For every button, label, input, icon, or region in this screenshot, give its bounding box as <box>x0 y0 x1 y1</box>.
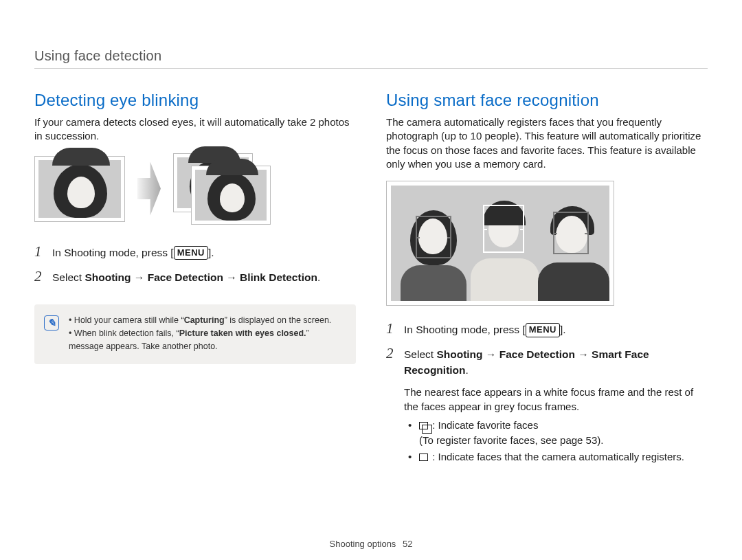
right-step1-text: In Shooting mode, press [ <box>404 324 526 335</box>
favorite-face-icon <box>419 422 428 429</box>
divider <box>34 68 708 69</box>
right-step2-b: Face Detection <box>499 348 575 360</box>
menu-button-icon: MENU <box>174 246 208 260</box>
left-step2-c: Blink Detection <box>240 271 317 283</box>
left-steps: 1 In Shooting mode, press [MENU]. 2 Sele… <box>34 244 356 286</box>
arrow-text: → <box>575 348 592 360</box>
blink-illustration <box>34 153 356 225</box>
arrow-text: → <box>483 348 499 360</box>
info-item: Hold your camera still while “Capturing”… <box>69 314 345 327</box>
substep-text: The nearest face appears in a white focu… <box>404 385 708 414</box>
blink-photo-stack <box>173 153 271 225</box>
bullet-item: : Indicate favorite faces (To register f… <box>407 418 708 448</box>
focus-frame-icon <box>553 212 589 254</box>
left-intro: If your camera detects closed eyes, it w… <box>34 115 356 144</box>
left-step2-b: Face Detection <box>148 271 223 283</box>
left-step1: In Shooting mode, press [MENU]. <box>52 244 214 260</box>
info-box: ✎ Hold your camera still while “Capturin… <box>34 304 356 363</box>
group-illustration <box>386 181 708 306</box>
right-column: Using smart face recognition The camera … <box>386 91 708 474</box>
left-column: Detecting eye blinking If your camera de… <box>34 91 356 474</box>
left-step1-suffix: ]. <box>208 247 214 258</box>
left-step2-suffix: . <box>317 271 320 283</box>
info-text: ” is displayed on the screen. <box>225 315 332 325</box>
bullet-list: : Indicate favorite faces (To register f… <box>404 418 708 464</box>
step-number: 1 <box>34 244 45 260</box>
focus-frame-white-icon <box>483 205 524 253</box>
right-step2-prefix: Select <box>404 348 436 360</box>
right-step2-suffix: . <box>466 364 469 376</box>
auto-face-icon <box>419 453 428 461</box>
right-intro: The camera automatically registers faces… <box>386 115 708 171</box>
info-item: When blink detection fails, “Picture tak… <box>69 327 345 353</box>
left-heading: Detecting eye blinking <box>34 91 356 110</box>
step-number: 2 <box>34 269 45 284</box>
right-step2: Select Shooting → Face Detection → Smart… <box>404 346 708 465</box>
right-steps: 1 In Shooting mode, press [MENU]. 2 Sele… <box>386 321 708 466</box>
right-step2-a: Shooting <box>436 348 482 360</box>
menu-button-icon: MENU <box>526 323 560 337</box>
info-bold: Capturing <box>184 315 225 325</box>
left-step2-prefix: Select <box>52 271 85 283</box>
blink-photo-1 <box>34 156 125 222</box>
bullet-item: : Indicate faces that the camera automat… <box>407 449 708 464</box>
bullet1a-text: : Indicate favorite faces <box>429 419 538 431</box>
step-number: 1 <box>386 321 397 337</box>
right-heading: Using smart face recognition <box>386 91 708 110</box>
focus-frame-icon <box>416 216 451 258</box>
arrow-icon <box>137 162 161 216</box>
footer-page-number: 52 <box>403 539 412 549</box>
right-step1: In Shooting mode, press [MENU]. <box>404 321 566 337</box>
right-step1-suffix: ]. <box>560 324 566 335</box>
chapter-title: Using face detection <box>34 48 708 68</box>
arrow-text: → <box>131 271 148 283</box>
info-text: When blink detection fails, “ <box>74 328 179 338</box>
page-footer: Shooting options 52 <box>0 539 742 549</box>
info-bold: Picture taken with eyes closed. <box>179 328 306 338</box>
left-step2: Select Shooting → Face Detection → Blink… <box>52 269 320 285</box>
note-icon: ✎ <box>44 315 59 331</box>
arrow-text: → <box>223 271 240 283</box>
left-step1-text: In Shooting mode, press [ <box>52 247 174 258</box>
left-step2-a: Shooting <box>85 271 131 283</box>
bullet2-text: : Indicate faces that the camera automat… <box>429 451 684 462</box>
step-number: 2 <box>386 346 397 361</box>
info-list: Hold your camera still while “Capturing”… <box>69 314 345 352</box>
info-text: Hold your camera still while “ <box>74 315 184 325</box>
footer-section: Shooting options <box>330 539 396 549</box>
bullet1b-text: (To register favorite faces, see page 53… <box>419 434 603 446</box>
